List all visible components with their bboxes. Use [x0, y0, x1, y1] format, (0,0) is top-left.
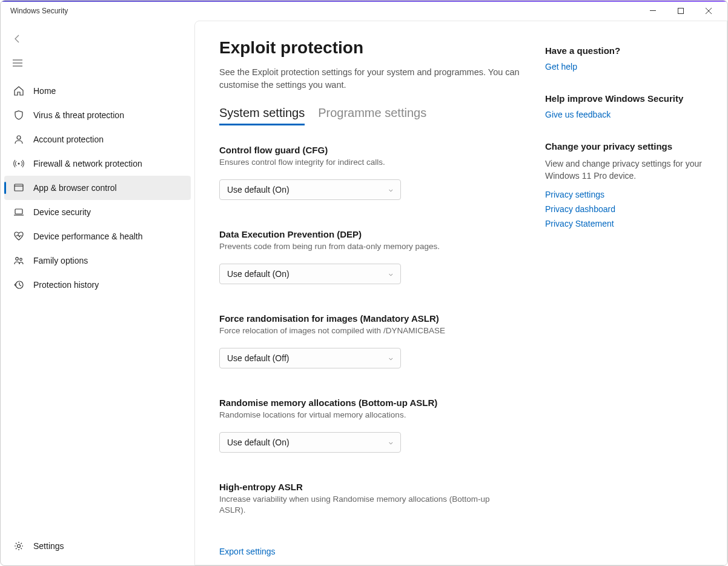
privacy-section: Change your privacy settings View and ch… [545, 141, 703, 228]
feedback-link[interactable]: Give us feedback [545, 110, 703, 119]
dropdown-value: Use default (Off) [227, 353, 289, 363]
privacy-title: Change your privacy settings [545, 141, 703, 151]
help-title: Have a question? [545, 45, 703, 56]
browser-icon [13, 182, 25, 194]
setting-title: Force randomisation for images (Mandator… [219, 313, 503, 324]
get-help-link[interactable]: Get help [545, 62, 703, 72]
svg-point-2 [17, 136, 21, 139]
privacy-dashboard-link[interactable]: Privacy dashboard [545, 204, 703, 214]
help-question-section: Have a question? Get help [545, 45, 703, 72]
laptop-icon [13, 206, 25, 218]
nav-label: Virus & threat protection [33, 110, 124, 120]
nav-home[interactable]: Home [4, 79, 191, 103]
main-panel: Exploit protection See the Exploit prote… [194, 21, 727, 565]
nav-label: Account protection [33, 135, 104, 144]
titlebar: Windows Security [1, 1, 727, 21]
setting-desc: Ensures control flow integrity for indir… [219, 157, 503, 168]
nav-device-security[interactable]: Device security [4, 200, 191, 224]
setting-dropdown-cfg[interactable]: Use default (On) ⌵ [219, 179, 401, 200]
svg-point-9 [18, 545, 21, 548]
tabs: System settings Programme settings [219, 106, 521, 125]
people-icon [13, 255, 25, 267]
setting-bottomup-aslr: Randomise memory allocations (Bottom-up … [219, 398, 503, 453]
privacy-desc: View and change privacy settings for you… [545, 158, 703, 182]
chevron-down-icon: ⌵ [389, 270, 393, 278]
nav-label: Device security [33, 207, 91, 217]
nav-label: Family options [33, 256, 88, 265]
nav-firewall[interactable]: Firewall & network protection [4, 151, 191, 176]
nav: Home Virus & threat protection Account p… [3, 79, 192, 558]
nav-label: Protection history [33, 280, 99, 290]
nav-app-browser[interactable]: App & browser control [4, 176, 191, 200]
dropdown-value: Use default (On) [227, 269, 290, 279]
feedback-title: Help improve Windows Security [545, 93, 703, 104]
svg-rect-5 [15, 209, 22, 214]
chevron-down-icon: ⌵ [389, 438, 393, 446]
setting-dep: Data Execution Prevention (DEP) Prevents… [219, 229, 503, 284]
setting-title: Data Execution Prevention (DEP) [219, 229, 503, 239]
chevron-down-icon: ⌵ [389, 354, 393, 362]
svg-point-6 [16, 258, 19, 261]
setting-title: Randomise memory allocations (Bottom-up … [219, 398, 503, 408]
setting-cfg: Control flow guard (CFG) Ensures control… [219, 145, 503, 200]
broadcast-icon [13, 158, 25, 170]
chevron-down-icon: ⌵ [389, 185, 393, 193]
svg-rect-1 [678, 8, 684, 13]
page-title: Exploit protection [219, 38, 521, 58]
export-settings-link[interactable]: Export settings [219, 547, 276, 556]
svg-rect-0 [650, 10, 656, 11]
svg-rect-4 [15, 184, 23, 191]
svg-point-7 [20, 258, 22, 261]
privacy-statement-link[interactable]: Privacy Statement [545, 219, 703, 228]
setting-dropdown-bottomup-aslr[interactable]: Use default (On) ⌵ [219, 432, 401, 453]
setting-desc: Prevents code from being run from data-o… [219, 241, 503, 253]
window-title: Windows Security [10, 7, 68, 15]
setting-desc: Force relocation of images not compiled … [219, 325, 503, 337]
setting-dropdown-dep[interactable]: Use default (On) ⌵ [219, 264, 401, 284]
window-controls [639, 1, 723, 20]
back-button[interactable] [5, 28, 30, 50]
shield-icon [13, 109, 25, 121]
hamburger-button[interactable] [5, 52, 30, 74]
gear-icon [13, 540, 25, 552]
setting-mandatory-aslr: Force randomisation for images (Mandator… [219, 313, 503, 368]
setting-title: High-entropy ASLR [219, 482, 503, 492]
person-icon [13, 133, 25, 145]
privacy-settings-link[interactable]: Privacy settings [545, 190, 703, 199]
nav-protection-history[interactable]: Protection history [4, 273, 191, 297]
settings-scroll[interactable]: Control flow guard (CFG) Ensures control… [219, 145, 521, 533]
setting-dropdown-mandatory-aslr[interactable]: Use default (Off) ⌵ [219, 348, 401, 368]
home-icon [13, 85, 25, 97]
export-bar: Export settings [195, 541, 727, 565]
nav-settings[interactable]: Settings [4, 534, 191, 558]
tab-system-settings[interactable]: System settings [219, 106, 305, 125]
tab-programme-settings[interactable]: Programme settings [318, 106, 426, 125]
nav-label: Settings [33, 541, 64, 551]
nav-label: Firewall & network protection [33, 159, 142, 168]
history-icon [13, 279, 25, 291]
nav-label: Home [33, 86, 56, 96]
nav-label: Device performance & health [33, 231, 143, 241]
page-intro: See the Exploit protection settings for … [219, 66, 521, 92]
minimize-button[interactable] [639, 1, 667, 20]
setting-desc: Increase variability when using Randomis… [219, 494, 503, 517]
nav-virus-threat[interactable]: Virus & threat protection [4, 103, 191, 127]
nav-account-protection[interactable]: Account protection [4, 127, 191, 151]
sidebar: Home Virus & threat protection Account p… [1, 21, 194, 565]
close-button[interactable] [695, 1, 723, 20]
dropdown-value: Use default (On) [227, 438, 290, 447]
maximize-button[interactable] [667, 1, 695, 20]
nav-device-health[interactable]: Device performance & health [4, 224, 191, 248]
svg-point-3 [18, 163, 20, 165]
feedback-section: Help improve Windows Security Give us fe… [545, 93, 703, 119]
setting-high-entropy-aslr: High-entropy ASLR Increase variability w… [219, 482, 503, 517]
setting-title: Control flow guard (CFG) [219, 145, 503, 155]
heartbeat-icon [13, 230, 25, 242]
nav-family-options[interactable]: Family options [4, 248, 191, 273]
nav-label: App & browser control [33, 183, 117, 193]
setting-desc: Randomise locations for virtual memory a… [219, 410, 503, 421]
dropdown-value: Use default (On) [227, 185, 290, 195]
